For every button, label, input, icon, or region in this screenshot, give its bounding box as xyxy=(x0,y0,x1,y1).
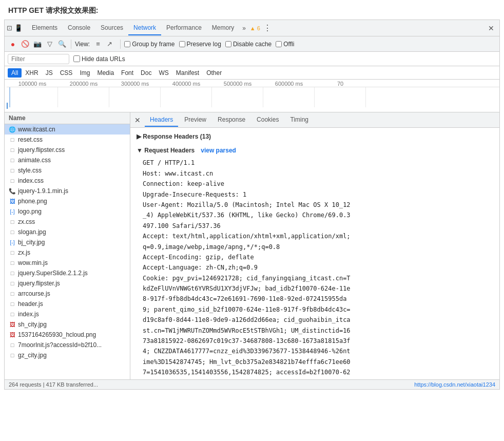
preserve-log-checkbox[interactable] xyxy=(179,41,185,47)
type-btn-doc[interactable]: Doc xyxy=(137,68,155,78)
record-button[interactable]: ● xyxy=(8,39,18,49)
devtools-icons: ⊡ 📱 xyxy=(7,24,23,32)
hide-data-urls-label: Hide data URLs xyxy=(82,55,125,63)
view-label: View: xyxy=(75,41,90,48)
file-icon: □ xyxy=(9,280,16,287)
image-minus-icon: [-] xyxy=(9,208,16,215)
file-item[interactable]: 🖼 sh_city.jpg xyxy=(5,319,130,330)
type-btn-js[interactable]: JS xyxy=(42,68,56,78)
file-item[interactable]: □ animate.css xyxy=(5,155,130,165)
file-item[interactable]: □ index.css xyxy=(5,176,130,186)
devtools-tabs-bar: ⊡ 📱 Elements Console Sources Network Per… xyxy=(5,20,499,36)
request-headers-title[interactable]: ▼ Request Headers view parsed xyxy=(137,146,493,156)
tab-performance[interactable]: Performance xyxy=(161,21,207,35)
file-item[interactable]: 🖼 1537164265930_hcloud.png xyxy=(5,330,130,340)
type-btn-xhr[interactable]: XHR xyxy=(22,68,42,78)
timeline-label-0: 100000 ms xyxy=(7,81,58,87)
tab-sources[interactable]: Sources xyxy=(95,21,128,35)
file-item[interactable]: □ jquery.flipster.js xyxy=(5,278,130,289)
file-item[interactable]: [-] bj_city.jpg xyxy=(5,237,130,247)
hide-data-urls-group[interactable]: Hide data URLs xyxy=(73,55,125,63)
list-view-icon[interactable]: ≡ xyxy=(93,39,103,49)
request-line-3: Upgrade-Insecure-Requests: 1 xyxy=(143,189,493,200)
response-headers-title[interactable]: ▶ Response Headers (13) xyxy=(137,132,493,142)
file-item[interactable]: □ jquery.flipster.css xyxy=(5,145,130,155)
request-line-13: 8-917f-9fb8db4dc43c=72e61691-7690-11e8-9… xyxy=(143,294,493,304)
type-btn-ws[interactable]: WS xyxy=(155,68,172,78)
type-btn-manifest[interactable]: Manifest xyxy=(172,68,203,78)
statusbar: 264 requests | 417 KB transferred... htt… xyxy=(5,379,499,389)
file-item[interactable]: □ gz_city.jpg xyxy=(5,350,130,360)
tab-console[interactable]: Console xyxy=(63,21,95,35)
csdn-link[interactable]: https://blog.csdn.net/xiaotai1234 xyxy=(414,381,495,388)
devtools-menu-icon[interactable]: ⋮ xyxy=(260,21,275,35)
type-btn-all[interactable]: All xyxy=(8,68,22,78)
timeline-col-0 xyxy=(7,87,58,107)
hide-data-urls-checkbox[interactable] xyxy=(73,55,80,62)
type-btn-other[interactable]: Other xyxy=(203,68,225,78)
group-by-frame-checkbox[interactable] xyxy=(124,41,130,47)
file-item[interactable]: □ reset.css xyxy=(5,135,130,145)
file-item[interactable]: 🌐 www.itcast.cn xyxy=(5,124,130,135)
file-name: index.js xyxy=(18,311,39,318)
offline-checkbox[interactable] xyxy=(276,41,282,47)
preserve-log-label: Preserve log xyxy=(187,41,221,48)
request-line-10: Accept-Language: zh-CN,zh;q=0.9 xyxy=(143,262,493,273)
search-icon[interactable]: 🔍 xyxy=(57,39,67,49)
camera-button[interactable]: 📷 xyxy=(32,39,43,49)
clear-button[interactable]: 🚫 xyxy=(20,39,30,49)
timeline-col-5 xyxy=(263,87,315,107)
devtools-close-button[interactable]: ✕ xyxy=(485,22,497,34)
request-headers-section: ▼ Request Headers view parsed GET / HTTP… xyxy=(137,146,493,379)
device-icon[interactable]: 📱 xyxy=(14,24,23,32)
file-name: zx.css xyxy=(18,218,35,225)
cursor-icon[interactable]: ⊡ xyxy=(7,24,12,32)
waterfall-view-icon[interactable]: ↗ xyxy=(104,39,114,49)
file-item[interactable]: □ 7moorInit.js?accessId=b2f10... xyxy=(5,340,130,350)
file-name: phone.png xyxy=(18,198,47,205)
file-item[interactable]: 📞 jquery-1.9.1.min.js xyxy=(5,186,130,196)
type-btn-font[interactable]: Font xyxy=(118,68,137,78)
request-line-5: _4) AppleWebKit/537.36 (KHTML, like Geck… xyxy=(143,210,493,220)
file-item[interactable]: □ jquery.SuperSlide.2.1.2.js xyxy=(5,268,130,278)
devtools-main: Name 🌐 www.itcast.cn □ reset.css □ jquer… xyxy=(5,112,499,379)
type-btn-media[interactable]: Media xyxy=(93,68,118,78)
tab-elements[interactable]: Elements xyxy=(27,21,63,35)
file-name: bj_city.jpg xyxy=(18,239,45,246)
file-item[interactable]: □ index.js xyxy=(5,309,130,319)
detail-close-button[interactable]: ✕ xyxy=(134,116,141,124)
tab-memory[interactable]: Memory xyxy=(207,21,239,35)
preserve-log-checkbox-group[interactable]: Preserve log xyxy=(179,41,221,48)
type-btn-img[interactable]: Img xyxy=(76,68,93,78)
file-item[interactable]: □ arrcourse.js xyxy=(5,289,130,299)
file-item[interactable]: □ header.js xyxy=(5,299,130,309)
disable-cache-checkbox[interactable] xyxy=(225,41,231,47)
request-line-17: 73a81815922-0862697c019c37-34687808-13c6… xyxy=(143,336,493,346)
detail-tab-preview[interactable]: Preview xyxy=(179,113,211,127)
tab-network[interactable]: Network xyxy=(128,21,161,35)
filter-input[interactable] xyxy=(8,54,69,64)
detail-tab-response[interactable]: Response xyxy=(212,113,250,127)
disable-cache-checkbox-group[interactable]: Disable cache xyxy=(225,41,272,48)
file-item[interactable]: 🖼 phone.png xyxy=(5,196,130,206)
file-item[interactable]: □ slogan.jpg xyxy=(5,227,130,237)
file-item[interactable]: □ wow.min.js xyxy=(5,258,130,268)
offline-checkbox-group[interactable]: Offli xyxy=(276,41,294,48)
view-icons: ≡ ↗ xyxy=(93,39,114,49)
type-btn-css[interactable]: CSS xyxy=(56,68,76,78)
file-item[interactable]: □ zx.css xyxy=(5,217,130,227)
detail-tab-headers[interactable]: Headers xyxy=(145,113,178,127)
timeline-col-1 xyxy=(58,87,109,107)
filter-button[interactable]: ▽ xyxy=(45,39,55,49)
response-headers-section: ▶ Response Headers (13) xyxy=(137,132,493,142)
type-filter-row: All XHR JS CSS Img Media Font Doc WS Man… xyxy=(5,66,499,80)
detail-tab-timing[interactable]: Timing xyxy=(285,113,314,127)
file-item[interactable]: □ zx.js xyxy=(5,247,130,258)
detail-tab-cookies[interactable]: Cookies xyxy=(251,113,284,127)
file-item[interactable]: [-] logo.png xyxy=(5,206,130,217)
group-by-frame-checkbox-group[interactable]: Group by frame xyxy=(124,41,175,48)
file-item[interactable]: □ style.css xyxy=(5,165,130,176)
tab-more[interactable]: » xyxy=(239,23,249,34)
file-name: jquery-1.9.1.min.js xyxy=(18,187,68,195)
view-parsed-link[interactable]: view parsed xyxy=(201,146,236,156)
